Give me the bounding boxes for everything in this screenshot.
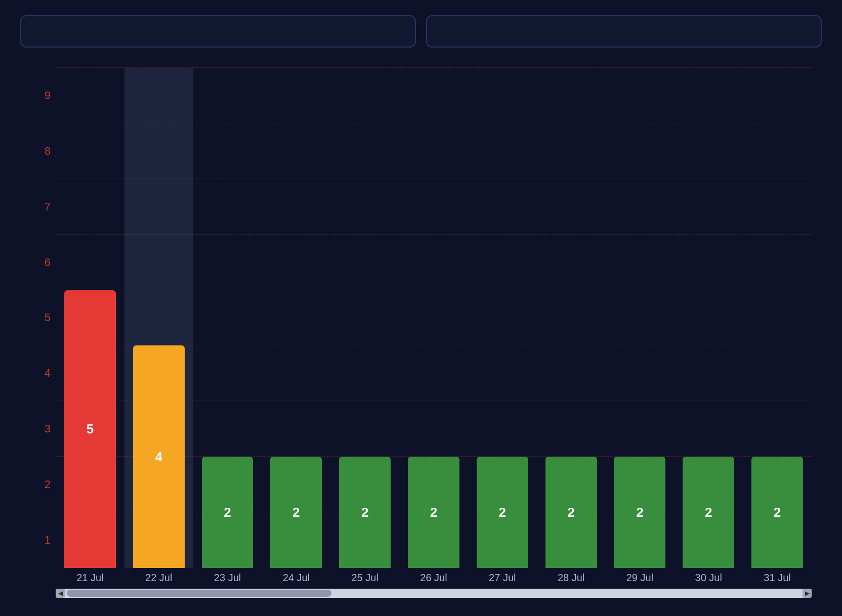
y-num-8: 8 — [30, 123, 51, 179]
scrollbar-left-arrow[interactable]: ◀ — [56, 589, 65, 598]
bar-5: 2 — [408, 457, 459, 568]
bar-group-2: 2 — [193, 68, 262, 568]
bar-6: 2 — [477, 457, 528, 568]
bar-group-7: 2 — [537, 68, 606, 568]
y-num-9: 9 — [30, 68, 51, 123]
x-label-0: 21 Jul — [56, 572, 124, 584]
scrollbar-track[interactable]: ◀ ▶ — [56, 589, 812, 598]
bar-group-5: 2 — [399, 68, 468, 568]
y-num-4: 4 — [30, 345, 51, 401]
x-label-8: 29 Jul — [606, 572, 675, 584]
today-card — [20, 15, 416, 48]
chart-inner: 123456789 54222222222 21 Jul22 Jul23 Jul… — [25, 63, 822, 601]
bar-3: 2 — [270, 457, 322, 568]
bar-group-1: 4 — [124, 68, 193, 568]
x-label-5: 26 Jul — [399, 572, 468, 584]
y-num-3: 3 — [30, 401, 51, 457]
bar-10: 2 — [751, 457, 803, 568]
bar-group-9: 2 — [674, 68, 743, 568]
y-num-2: 2 — [30, 457, 51, 512]
bar-9: 2 — [683, 457, 734, 568]
scrollbar-row: ◀ ▶ — [25, 586, 822, 601]
chart-area: 123456789 54222222222 21 Jul22 Jul23 Jul… — [20, 63, 822, 601]
bar-7: 2 — [545, 457, 597, 568]
bar-group-6: 2 — [468, 68, 537, 568]
y-numbers: 123456789 — [30, 68, 51, 568]
scrollbar-right-arrow[interactable]: ▶ — [803, 589, 812, 598]
x-label-9: 30 Jul — [674, 572, 743, 584]
x-label-7: 28 Jul — [537, 572, 606, 584]
bar-group-10: 2 — [743, 68, 812, 568]
bar-4: 2 — [339, 457, 391, 568]
y-num-5: 5 — [30, 290, 51, 346]
bar-2: 2 — [202, 457, 254, 568]
x-label-10: 31 Jul — [743, 572, 812, 584]
bar-group-8: 2 — [606, 68, 675, 568]
x-label-6: 27 Jul — [468, 572, 537, 584]
next-card — [426, 15, 822, 48]
cards-row — [20, 15, 822, 48]
bar-0: 5 — [64, 290, 116, 568]
x-label-4: 25 Jul — [330, 572, 399, 584]
chart-plot: 123456789 54222222222 — [25, 63, 822, 568]
x-label-2: 23 Jul — [193, 572, 262, 584]
bar-8: 2 — [614, 457, 665, 568]
x-labels-row: 21 Jul22 Jul23 Jul24 Jul25 Jul26 Jul27 J… — [25, 568, 822, 586]
y-num-1: 1 — [30, 512, 51, 568]
y-num-7: 7 — [30, 179, 51, 235]
x-label-3: 24 Jul — [262, 572, 330, 584]
bar-group-0: 5 — [56, 68, 124, 568]
bar-1: 4 — [133, 345, 185, 568]
page-wrapper: 123456789 54222222222 21 Jul22 Jul23 Jul… — [0, 0, 842, 616]
bars-row: 54222222222 — [56, 68, 812, 568]
scrollbar-thumb[interactable] — [67, 590, 331, 597]
bar-group-4: 2 — [330, 68, 399, 568]
x-label-1: 22 Jul — [124, 572, 193, 584]
y-num-6: 6 — [30, 235, 51, 290]
bar-group-3: 2 — [262, 68, 330, 568]
